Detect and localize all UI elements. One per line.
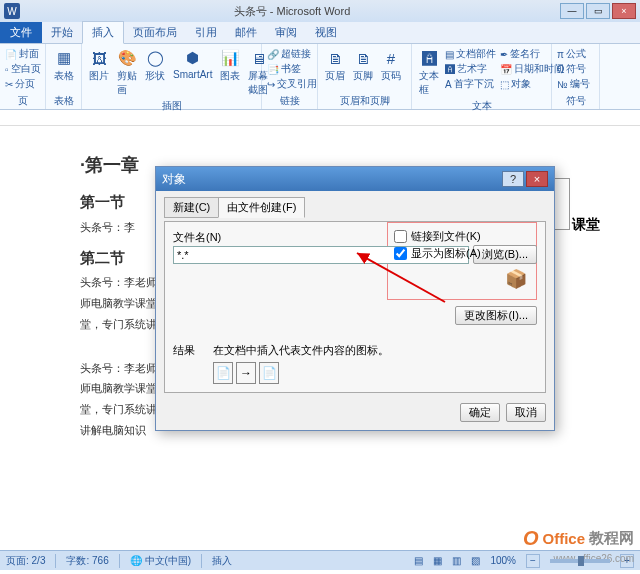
view-reading[interactable]: ▦	[433, 555, 442, 566]
result-description: 在文档中插入代表文件内容的图标。	[213, 344, 389, 356]
crossref-button[interactable]: ↪交叉引用	[267, 77, 312, 91]
dialog-title: 对象	[162, 171, 186, 188]
zoom-out-button[interactable]: −	[526, 554, 540, 568]
result-icon-2: 📄	[259, 362, 279, 384]
number-button[interactable]: №编号	[557, 77, 594, 91]
group-label-illus: 插图	[87, 98, 256, 114]
header-button[interactable]: 🗎页眉	[323, 47, 347, 84]
watermark: O Office教程网 www.office26.com	[523, 527, 634, 550]
group-label-symbol: 符号	[557, 93, 594, 109]
tab-home[interactable]: 开始	[42, 22, 82, 43]
view-web[interactable]: ▥	[452, 555, 461, 566]
table-button[interactable]: ▦表格	[51, 47, 76, 84]
tab-mailings[interactable]: 邮件	[226, 22, 266, 43]
quickparts-button[interactable]: ▤文档部件	[445, 47, 496, 61]
smartart-button[interactable]: ⬢SmartArt	[171, 47, 214, 81]
cancel-button[interactable]: 取消	[506, 403, 546, 422]
view-print-layout[interactable]: ▤	[414, 555, 423, 566]
view-outline[interactable]: ▧	[471, 555, 480, 566]
picture-button[interactable]: 🖼图片	[87, 47, 111, 84]
picture-icon: 🖼	[89, 48, 109, 68]
link-to-file-checkbox[interactable]: 链接到文件(K)	[394, 229, 530, 244]
cover-page-button[interactable]: 📄封面	[5, 47, 40, 61]
pagenum-icon: #	[381, 48, 401, 68]
smartart-icon: ⬢	[183, 48, 203, 68]
result-icon-arrow: →	[236, 362, 256, 384]
wordart-button[interactable]: 🅰艺术字	[445, 62, 496, 76]
zoom-slider[interactable]	[550, 559, 610, 563]
clipart-button[interactable]: 🎨剪贴画	[115, 47, 139, 98]
header-icon: 🗎	[325, 48, 345, 68]
clipart-icon: 🎨	[117, 48, 137, 68]
result-label: 结果	[173, 343, 205, 384]
symbol-button[interactable]: Ω符号	[557, 62, 594, 76]
dialog-help-button[interactable]: ?	[502, 171, 524, 187]
textbox-button[interactable]: 🅰文本框	[417, 47, 441, 98]
tab-insert[interactable]: 插入	[82, 21, 124, 44]
dialog-close-button[interactable]: ×	[526, 171, 548, 187]
tab-review[interactable]: 审阅	[266, 22, 306, 43]
dropcap-button[interactable]: A首字下沉	[445, 77, 496, 91]
bookmark-button[interactable]: 📑书签	[267, 62, 312, 76]
watermark-logo: O	[523, 527, 539, 550]
dialog-tab-from-file[interactable]: 由文件创建(F)	[218, 197, 305, 218]
status-lang[interactable]: 🌐 中文(中国)	[130, 554, 191, 568]
file-tab[interactable]: 文件	[0, 22, 42, 43]
status-zoom[interactable]: 100%	[490, 555, 516, 566]
textbox-icon: 🅰	[419, 48, 439, 68]
blank-page-button[interactable]: ▫空白页	[5, 62, 40, 76]
group-label-pages: 页	[5, 93, 40, 109]
group-label-text: 文本	[417, 98, 546, 114]
shapes-icon: ◯	[145, 48, 165, 68]
maximize-button[interactable]: ▭	[586, 3, 610, 19]
page-break-button[interactable]: ✂分页	[5, 77, 40, 91]
table-icon: ▦	[54, 48, 74, 68]
ok-button[interactable]: 确定	[460, 403, 500, 422]
word-app-icon: W	[4, 3, 20, 19]
chart-icon: 📊	[220, 48, 240, 68]
close-button[interactable]: ×	[612, 3, 636, 19]
result-icon-1: 📄	[213, 362, 233, 384]
dialog-tab-new[interactable]: 新建(C)	[164, 197, 218, 218]
equation-button[interactable]: π公式	[557, 47, 594, 61]
window-title: 头条号 - Microsoft Word	[26, 4, 558, 19]
group-label-header: 页眉和页脚	[323, 93, 406, 109]
tab-references[interactable]: 引用	[186, 22, 226, 43]
side-text: 课堂	[572, 216, 600, 234]
status-mode[interactable]: 插入	[212, 554, 232, 568]
minimize-button[interactable]: —	[560, 3, 584, 19]
shapes-button[interactable]: ◯形状	[143, 47, 167, 84]
tab-layout[interactable]: 页面布局	[124, 22, 186, 43]
group-label-table: 表格	[51, 93, 76, 109]
browse-button[interactable]: 浏览(B)...	[473, 245, 537, 264]
pagenum-button[interactable]: #页码	[379, 47, 403, 84]
object-dialog: 对象 ? × 新建(C) 由文件创建(F) 文件名(N) 浏览(B)... 链接…	[155, 166, 555, 431]
change-icon-button[interactable]: 更改图标(I)...	[455, 306, 537, 325]
footer-icon: 🗎	[353, 48, 373, 68]
status-page[interactable]: 页面: 2/3	[6, 554, 45, 568]
tab-view[interactable]: 视图	[306, 22, 346, 43]
chart-button[interactable]: 📊图表	[218, 47, 242, 84]
group-label-links: 链接	[267, 93, 312, 109]
footer-button[interactable]: 🗎页脚	[351, 47, 375, 84]
package-icon: 📦	[502, 265, 530, 293]
hyperlink-button[interactable]: 🔗超链接	[267, 47, 312, 61]
status-words[interactable]: 字数: 766	[66, 554, 108, 568]
